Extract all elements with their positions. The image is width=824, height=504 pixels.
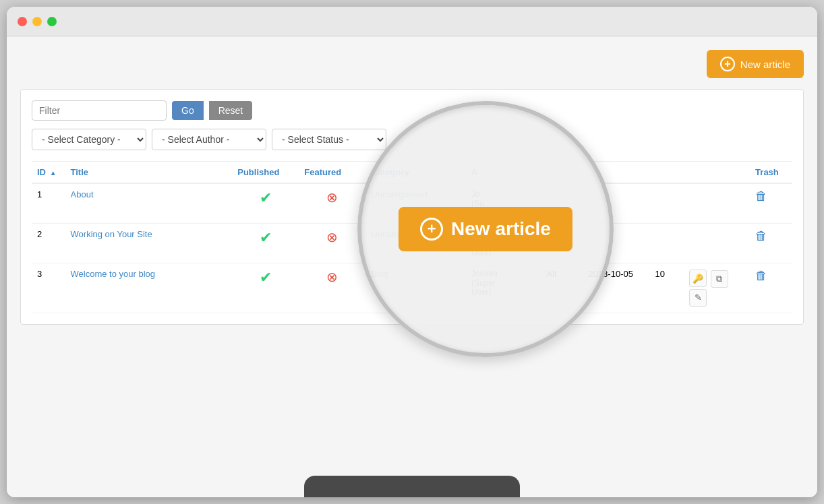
col-header-published[interactable]: Published (232, 162, 299, 184)
title-cell: About (65, 183, 233, 224)
top-bar: + New article (20, 50, 804, 78)
permissions-icon-btn[interactable]: 🔑 (689, 270, 707, 287)
featured-cell: ⊗ (299, 183, 365, 224)
category-select[interactable]: - Select Category - (32, 129, 146, 150)
filter-input[interactable] (32, 100, 167, 121)
hits-cell: 10 (650, 263, 684, 313)
traffic-lights (18, 17, 57, 26)
id-cell: 2 (32, 224, 65, 263)
trash-icon[interactable]: 🗑 (755, 229, 767, 243)
new-article-large-label: New article (451, 218, 551, 240)
col-header-title[interactable]: Title (65, 162, 233, 184)
actions-cell: 🔑 ⧉ ✎ (683, 263, 750, 313)
new-article-label: New article (740, 59, 790, 70)
author-select[interactable]: - Select Author - (152, 129, 266, 150)
featured-x-icon: ⊗ (326, 189, 338, 206)
published-cell: ✔ (232, 263, 299, 313)
trash-cell: 🗑 (750, 224, 792, 263)
new-article-button[interactable]: + New article (707, 50, 804, 78)
magnifier-overlay: + New article (357, 101, 614, 357)
title-cell: Welcome to your blog (65, 263, 233, 313)
hits-cell (650, 224, 684, 263)
featured-x-icon: ⊗ (326, 229, 338, 245)
col-header-id[interactable]: ID ▲ (32, 162, 65, 184)
published-check-icon: ✔ (260, 189, 272, 207)
id-cell: 1 (32, 183, 65, 224)
new-article-large-button[interactable]: + New article (399, 207, 572, 251)
maximize-button[interactable] (47, 17, 57, 26)
plus-circle-icon: + (720, 57, 735, 71)
featured-cell: ⊗ (299, 224, 365, 263)
hits-cell (650, 183, 684, 224)
published-check-icon: ✔ (260, 269, 272, 286)
go-button[interactable]: Go (172, 101, 204, 120)
actions-cell (683, 183, 750, 224)
col-header-featured[interactable]: Featured (299, 162, 365, 184)
reset-button[interactable]: Reset (209, 101, 253, 120)
article-title-link[interactable]: Working on Your Site (71, 229, 152, 239)
app-window: + New article Go Reset - Select Category… (7, 7, 817, 497)
status-select[interactable]: - Select Status - (272, 129, 386, 150)
minimize-button[interactable] (32, 17, 42, 26)
published-cell: ✔ (232, 183, 299, 224)
actions-cell (683, 224, 750, 263)
title-cell: Working on Your Site (65, 224, 233, 263)
featured-cell: ⊗ (299, 263, 365, 313)
published-check-icon: ✔ (260, 229, 272, 247)
featured-x-icon: ⊗ (326, 269, 338, 285)
trash-icon[interactable]: 🗑 (755, 189, 767, 203)
trash-icon[interactable]: 🗑 (755, 269, 767, 282)
titlebar (7, 7, 817, 36)
col-header-hits (650, 162, 684, 184)
close-button[interactable] (18, 17, 27, 26)
trash-cell: 🗑 (750, 183, 792, 224)
filter-row: Go Reset (32, 100, 792, 121)
col-header-trash: Trash (750, 162, 792, 184)
article-title-link[interactable]: Welcome to your blog (71, 269, 156, 279)
col-header-actions (683, 162, 750, 184)
plus-circle-large-icon: + (420, 218, 443, 241)
magnifier-content: + New article (399, 207, 572, 251)
id-cell: 3 (32, 263, 65, 313)
edit-icon-btn[interactable]: ✎ (689, 289, 707, 307)
dock-bar (304, 476, 520, 497)
copy-icon-btn[interactable]: ⧉ (711, 270, 728, 288)
published-cell: ✔ (232, 224, 299, 263)
article-title-link[interactable]: About (71, 189, 94, 199)
sort-arrow-id: ▲ (50, 169, 57, 177)
trash-cell: 🗑 (750, 263, 792, 313)
